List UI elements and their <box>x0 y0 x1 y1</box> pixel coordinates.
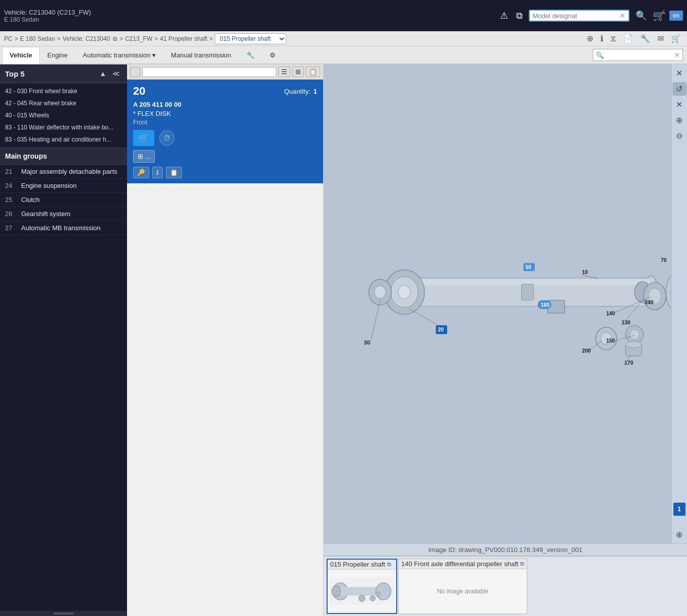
vehicle-title: Vehicle: C213040 (C213_FW) <box>4 9 91 16</box>
thumbnail-140-image: No image available <box>399 569 527 613</box>
thumbnail-015-image <box>328 570 396 613</box>
cart-tool-btn[interactable]: 🛒 <box>669 33 683 44</box>
cross-btn[interactable]: ✕ <box>672 98 686 111</box>
breadcrumb-c213fw[interactable]: C213_FW <box>125 35 152 42</box>
diagram-zoom-fit-btn[interactable]: ⊕ <box>672 528 686 541</box>
top5-controls: ▲ ≪ <box>97 69 122 79</box>
header-actions: ⚠ ⧉ ✕ 🔍 🛒 en <box>498 8 683 23</box>
info-tool-btn[interactable]: ℹ <box>598 33 605 44</box>
svg-point-54 <box>370 596 376 601</box>
breadcrumb-e180[interactable]: E 180 Sedan <box>20 35 55 42</box>
group-num-25: 25 <box>5 196 16 203</box>
diagram-area: 70 10 240 50 130 140 150 170 200 <box>324 64 687 543</box>
top5-item-2[interactable]: 40 - 015 Wheels <box>0 109 127 121</box>
part-number: 20 <box>133 85 145 98</box>
right-tools-panel: ✕ ↺ ✕ ⊕ ⊖ 1 ⊕ <box>671 64 687 543</box>
model-search-box: ✕ <box>529 10 630 22</box>
group-label-25: Clutch <box>21 196 40 203</box>
close-diagram-btn[interactable]: ✕ <box>672 66 686 80</box>
tab-engine[interactable]: Engine <box>40 46 75 63</box>
thumbnail-015-propeller[interactable]: 015 Propeller shaft ⧉ <box>327 559 397 614</box>
group-item-27[interactable]: 27 Automatic MB transmission <box>0 221 127 235</box>
search-icon-btn[interactable]: 🔍 <box>634 8 649 23</box>
tab-search-input[interactable] <box>604 51 674 58</box>
svg-text:70: 70 <box>661 257 667 262</box>
rotate-left-btn[interactable]: ↺ <box>672 82 686 96</box>
model-search-clear-icon[interactable]: ✕ <box>619 12 626 20</box>
model-search-input[interactable] <box>533 12 619 20</box>
filter-tool-btn[interactable]: ⧖ <box>608 33 618 44</box>
top5-item-1[interactable]: 42 - 045 Rear wheel brake <box>0 97 127 109</box>
quantity-value: 1 <box>314 88 317 95</box>
svg-point-10 <box>374 286 386 299</box>
thumbnail-140-ext-icon[interactable]: ⧉ <box>520 561 524 567</box>
svg-point-8 <box>398 285 410 299</box>
top5-item-0[interactable]: 42 - 030 Front wheel brake <box>0 85 127 97</box>
propeller-shaft-diagram: 70 10 240 50 130 140 150 170 200 <box>324 198 687 410</box>
part-quantity-area: Quantity: 1 <box>284 88 317 95</box>
breadcrumb-copy-icon[interactable]: ⧉ <box>113 35 117 42</box>
zoom-in-tool-btn[interactable]: ⊕ <box>585 33 595 44</box>
tab-search-clear[interactable]: ✕ <box>674 51 680 59</box>
thumbnail-015-label: 015 Propeller shaft ⧉ <box>328 560 396 570</box>
thumbnail-015-ext-icon[interactable]: ⧉ <box>387 561 391 568</box>
print-view-btn[interactable]: 📋 <box>306 66 320 77</box>
part-list-icon[interactable] <box>130 67 140 77</box>
breadcrumb-vehicle[interactable]: Vehicle: C213040 <box>63 35 110 42</box>
svg-text:200: 200 <box>582 348 591 354</box>
thumbnail-140-label: 140 Front axle differential propeller sh… <box>399 559 527 569</box>
tab-vehicle[interactable]: Vehicle <box>2 47 40 64</box>
part-info-icon-btn[interactable]: ℹ <box>152 167 163 178</box>
group-item-24[interactable]: 24 Engine suspension <box>0 179 127 193</box>
tab-tool2[interactable]: ⚙ <box>262 46 283 63</box>
part-table-btn[interactable]: ⊞ ... <box>133 150 155 163</box>
thumbnail-140-front-axle[interactable]: 140 Front axle differential propeller sh… <box>398 559 527 614</box>
grid-view-btn[interactable]: ⊞ <box>292 66 304 77</box>
part-actions: 🛒 ⏱ <box>133 130 317 146</box>
part-name: * FLEX DISK <box>133 110 317 117</box>
breadcrumb-015-dropdown[interactable]: 015 Propeller shaft <box>215 33 286 44</box>
group-item-25[interactable]: 25 Clutch <box>0 193 127 207</box>
group-label-21: Major assembly detachable parts <box>21 168 117 175</box>
top5-expand-btn[interactable]: ≪ <box>110 69 122 79</box>
copy-icon-btn[interactable]: ⧉ <box>514 9 525 23</box>
part-search-input[interactable] <box>145 69 273 76</box>
middle-panel: ☰ ⊞ 📋 20 Quantity: 1 A 205 411 00 00 * F… <box>127 64 324 616</box>
svg-text:180: 180 <box>541 302 550 307</box>
part-doc-icon-btn[interactable]: 📋 <box>166 167 182 178</box>
image-id-bar: Image ID: drawing_PV000.010.178.349_vers… <box>324 543 687 556</box>
group-item-26[interactable]: 26 Gearshift system <box>0 207 127 221</box>
breadcrumb-41propeller[interactable]: 41 Propeller shaft <box>160 35 207 42</box>
tab-auto-transmission[interactable]: Automatic transmission ▾ <box>75 46 163 63</box>
wrench-tool-btn[interactable]: 🔧 <box>638 33 652 44</box>
right-panel: 70 10 240 50 130 140 150 170 200 <box>324 64 687 616</box>
timer-btn[interactable]: ⏱ <box>159 130 174 146</box>
group-label-24: Engine suspension <box>21 182 77 189</box>
svg-text:30: 30 <box>364 340 370 346</box>
diagram-zoom-out-btn[interactable]: ⊖ <box>672 129 686 143</box>
svg-point-18 <box>626 341 642 348</box>
part-toolbar: ☰ ⊞ 📋 <box>127 64 323 80</box>
top5-item-4[interactable]: 83 - 035 Heating and air conditioner h..… <box>0 133 127 146</box>
list-view-btn[interactable]: ☰ <box>278 66 290 77</box>
mail-tool-btn[interactable]: ✉ <box>655 33 666 44</box>
top5-item-3[interactable]: 83 - 110 Water deflector with intake bo.… <box>0 121 127 133</box>
part-key-icon-btn[interactable]: 🔑 <box>133 167 149 178</box>
group-item-21[interactable]: 21 Major assembly detachable parts <box>0 165 127 179</box>
top5-collapse-btn[interactable]: ▲ <box>97 69 108 79</box>
warning-icon-btn[interactable]: ⚠ <box>498 8 510 23</box>
svg-rect-11 <box>522 284 534 300</box>
svg-text:240: 240 <box>645 300 654 305</box>
tab-manual-transmission[interactable]: Manual transmission <box>163 46 238 63</box>
cart-icon-btn[interactable]: 🛒 <box>653 10 665 22</box>
add-to-cart-btn[interactable]: 🛒 <box>133 130 154 146</box>
doc-tool-btn[interactable]: 📄 <box>621 33 635 44</box>
svg-text:20: 20 <box>438 327 444 332</box>
sidebar-scrollbar[interactable] <box>53 612 74 614</box>
diagram-zoom-in-btn[interactable]: ⊕ <box>672 113 686 127</box>
selected-part-item[interactable]: 20 Quantity: 1 A 205 411 00 00 * FLEX DI… <box>127 80 323 183</box>
lang-button[interactable]: en <box>669 11 683 21</box>
tab-tool1[interactable]: 🔧 <box>239 46 262 63</box>
breadcrumb-pc[interactable]: PC <box>4 35 13 42</box>
group-num-21: 21 <box>5 168 16 175</box>
